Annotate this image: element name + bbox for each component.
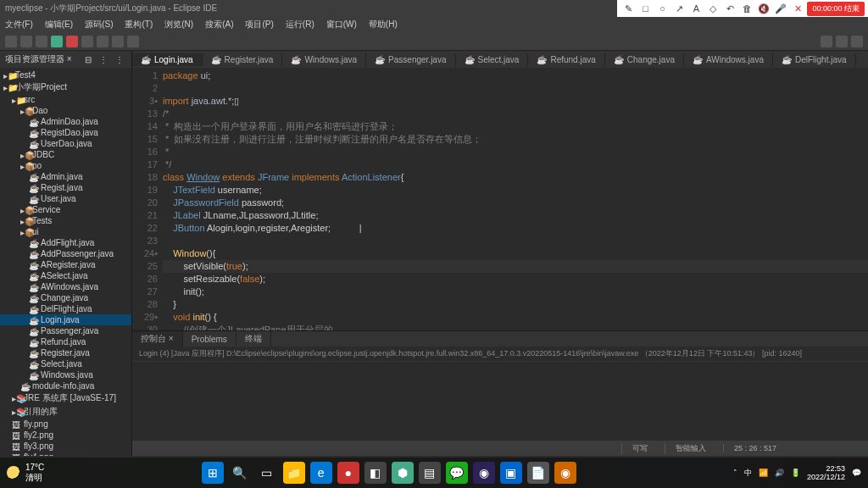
taskview-icon[interactable]: ▭ [256,462,278,484]
tree-item[interactable]: 🖼fly2.png [0,430,131,441]
tree-item[interactable]: ☕Windows.java [0,369,131,380]
app-icon[interactable]: ● [337,462,359,484]
tree-item[interactable]: ☕Change.java [0,292,131,303]
tree-item[interactable]: ▸📁Test4 [0,69,131,80]
tool-icon[interactable] [51,36,63,47]
square-icon[interactable]: □ [637,2,653,15]
tree-item[interactable]: ▸📦JDBC [0,149,131,160]
tool-icon[interactable] [97,36,108,47]
menu-item[interactable]: 窗口(W) [326,19,357,30]
close-icon[interactable]: ✕ [790,2,805,15]
perspective-icon[interactable] [836,36,848,47]
tree-item[interactable]: ☕ARegister.java [0,259,131,270]
eraser-icon[interactable]: ◇ [705,2,721,15]
editor-tab[interactable]: ☕Register.java [203,53,283,66]
mute-icon[interactable]: 🔇 [756,2,771,15]
tree-item[interactable]: ▸📚JRE 系统库 [JavaSE-17] [0,391,131,405]
tree-item[interactable]: ☕Passenger.java [0,325,131,336]
app-icon[interactable]: ⬢ [392,462,414,484]
app-icon[interactable]: 📄 [527,462,549,484]
tray-wifi-icon[interactable]: 📶 [759,469,768,477]
tree-item[interactable]: ☕AdminDao.java [0,116,131,127]
tree-item[interactable]: ☕module-info.java [0,380,131,391]
tray-volume-icon[interactable]: 🔊 [775,469,784,477]
editor-tab[interactable]: ☕Select.java [456,53,529,66]
app-icon[interactable]: ▤ [419,462,441,484]
perspective-icon[interactable] [851,36,863,47]
tree-item[interactable]: ▸📦Service [0,204,131,215]
sidebar-tools[interactable]: ⊟ ⋮ ⋮ [85,55,126,64]
tree-item[interactable]: ▸📦po [0,160,131,171]
start-icon[interactable]: ⊞ [202,462,224,484]
search-icon[interactable]: 🔍 [229,462,251,484]
text-icon[interactable]: A [688,2,704,15]
tree-item[interactable]: ▸📁小学期Project [0,80,131,94]
console-body[interactable] [132,362,868,441]
menu-item[interactable]: 运行(R) [286,19,314,30]
mic-icon[interactable]: 🎤 [773,2,788,15]
tool-icon[interactable] [81,36,93,47]
tree-item[interactable]: ☕UserDao.java [0,138,131,149]
console-tab[interactable]: 控制台 × [132,331,183,347]
tray-lang-icon[interactable]: 中 [744,468,752,479]
tree-item[interactable]: ☕AWindows.java [0,281,131,292]
tree-item[interactable]: ☕ASelect.java [0,270,131,281]
arrow-icon[interactable]: ↗ [671,2,687,15]
menu-item[interactable]: 项目(P) [245,19,273,30]
tree-item[interactable]: ☕Select.java [0,358,131,369]
tool-icon[interactable] [36,36,47,47]
menu-item[interactable]: 帮助(H) [369,19,398,30]
tree-item[interactable]: ☕Regist.java [0,182,131,193]
tool-icon[interactable] [5,36,17,47]
pencil-icon[interactable]: ✎ [620,2,636,15]
menu-item[interactable]: 搜索(A) [205,19,233,30]
tool-icon[interactable] [127,36,139,47]
record-timer[interactable]: 00:00:00 结束 [807,2,865,16]
app-icon[interactable]: ◧ [364,462,387,484]
editor-tab[interactable]: ☕Refund.java [528,53,604,66]
tree-item[interactable]: 🖼fly3.png [0,441,131,452]
tree-item[interactable]: ▸📁src [0,94,131,105]
editor-tab[interactable]: ☕AWindows.java [684,53,773,66]
trash-icon[interactable]: 🗑 [739,2,754,15]
tree-item[interactable]: ▸📦Tests [0,215,131,226]
tool-icon[interactable] [20,36,32,47]
tray-battery-icon[interactable]: 🔋 [791,469,800,477]
tree-item[interactable]: ▸📦ui [0,226,131,237]
tree-item[interactable]: ☕User.java [0,193,131,204]
tree-item[interactable]: ▸📚引用的库 [0,405,131,419]
tray-chevron-icon[interactable]: ˄ [733,469,737,477]
editor-tab[interactable]: ☕Windows.java [282,53,366,66]
tree-item[interactable]: ☕Admin.java [0,171,131,182]
tree-item[interactable]: ▸📦Dao [0,105,131,116]
menu-item[interactable]: 浏览(N) [164,19,193,30]
menu-item[interactable]: 编辑(E) [45,19,73,30]
perspective-icon[interactable] [821,36,832,47]
tree-item[interactable]: 🖼fly.png [0,419,131,430]
code-content[interactable]: package ui; import java.awt.*;▯/* * 构造出一… [163,68,868,330]
tree-item[interactable]: ☕Login.java [0,314,131,325]
tree-item[interactable]: ☕RegistDao.java [0,127,131,138]
edge-icon[interactable]: e [310,462,332,484]
tree-item[interactable]: ☕AddPassenger.java [0,248,131,259]
tray-notif-icon[interactable]: 💬 [852,469,861,477]
console-tab[interactable]: Problems [183,333,236,346]
wechat-icon[interactable]: 💬 [446,462,468,484]
editor-tab[interactable]: ☕DelFlight.java [773,53,856,66]
code-editor[interactable]: 123•13 1415161718192021222324•2526272829… [132,68,868,330]
editor-tab[interactable]: ☕Change.java [605,53,684,66]
tree-item[interactable]: ☕AddFlight.java [0,237,131,248]
eclipse-icon[interactable]: ◉ [473,462,495,484]
editor-tab[interactable]: ☕Login.java [132,53,203,66]
undo-icon[interactable]: ↶ [722,2,737,15]
system-tray[interactable]: ˄ 中 📶 🔊 🔋 22:53 2022/12/12 💬 [733,464,861,481]
menu-item[interactable]: 文件(F) [5,19,33,30]
circle-icon[interactable]: ○ [654,2,670,15]
menu-item[interactable]: 源码(S) [85,19,113,30]
tool-icon[interactable] [66,36,78,47]
tool-icon[interactable] [112,36,124,47]
app-icon[interactable]: ▣ [500,462,522,484]
app-icon[interactable]: ◉ [554,462,576,484]
console-tab[interactable]: 终端 [236,331,271,347]
tree-item[interactable]: ☕DelFlight.java [0,303,131,314]
